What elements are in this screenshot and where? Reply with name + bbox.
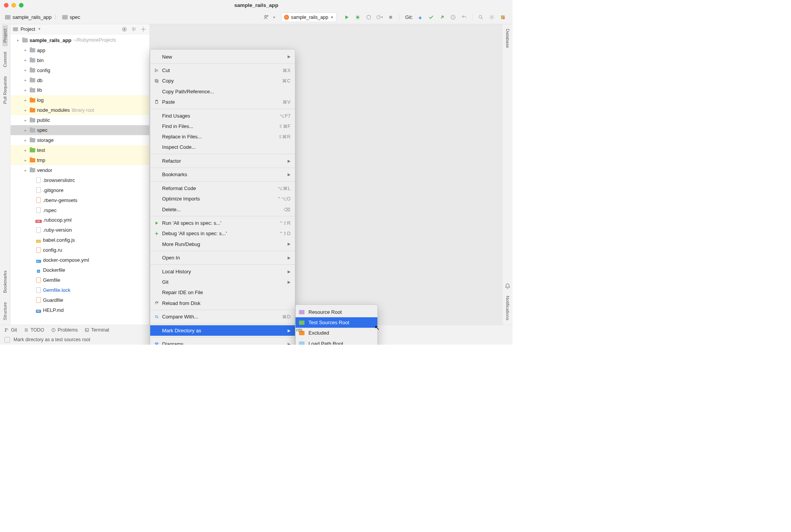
menu-item-reformat-code[interactable]: Reformat Code ⌥⌘L [150,183,295,194]
select-opened-file-icon[interactable] [121,26,128,32]
tree-file-Gemfile[interactable]: Gemfile [10,275,149,285]
stop-button[interactable] [387,13,394,21]
tree-file-HELP-md[interactable]: MD HELP.md [10,305,149,315]
tab-database[interactable]: Database [505,25,510,51]
menu-item-find-usages[interactable]: Find Usages ⌥F7 [150,110,295,121]
run-button[interactable] [343,13,350,21]
chevron-right-icon[interactable]: ▸ [23,78,28,82]
menu-item-repair-ide-on-file[interactable]: Repair IDE on File [150,287,295,298]
jetbrains-toolbox-icon[interactable] [499,13,507,21]
menu-item-mark-directory-as[interactable]: Mark Directory as ▶ [150,325,295,336]
tree-dir-db[interactable]: ▸ db [10,75,149,85]
menu-item-open-in[interactable]: Open In ▶ [150,253,295,263]
submenu-item-excluded[interactable]: Excluded [296,328,378,338]
tab-structure[interactable]: Structure [2,298,8,323]
chevron-right-icon[interactable]: ▸ [23,128,28,132]
notifications-icon[interactable] [505,283,511,290]
tree-dir-test[interactable]: ▸ test [10,145,149,155]
chevron-right-icon[interactable]: ▸ [23,108,28,112]
tree-dir-tmp[interactable]: ▸ tmp [10,155,149,165]
coverage-button[interactable] [365,13,372,21]
menu-item-paste[interactable]: Paste ⌘V [150,97,295,107]
tab-git[interactable]: Git [5,327,17,333]
chevron-right-icon[interactable]: ▸ [23,58,28,62]
menu-item-git[interactable]: Git ▶ [150,277,295,287]
close-window-button[interactable] [4,3,8,8]
chevron-right-icon[interactable]: ▸ [23,158,28,162]
tree-dir-spec[interactable]: ▸ spec [10,125,149,135]
tab-problems[interactable]: Problems [51,327,78,333]
update-project-button[interactable] [416,13,424,21]
crumb-child[interactable]: spec [70,14,80,20]
menu-item-debug-all-specs-in-spec-s[interactable]: Debug 'All specs in spec: s...' ⌃⇧D [150,228,295,239]
submenu-item-test-sources-root[interactable]: Test Sources Root [296,317,378,328]
rollback-button[interactable] [460,13,468,21]
chevron-right-icon[interactable]: ▸ [23,88,28,92]
chevron-right-icon[interactable]: ▸ [23,68,28,72]
settings-icon[interactable] [140,26,146,32]
chevron-right-icon[interactable]: ▸ [23,138,28,142]
chevron-right-icon[interactable]: ▸ [23,118,28,122]
menu-item-optimize-imports[interactable]: Optimize Imports ⌃⌥O [150,194,295,204]
menu-item-delete[interactable]: Delete... ⌫ [150,204,295,214]
menu-item-cut[interactable]: Cut ⌘X [150,65,295,76]
tree-file-Guardfile[interactable]: Guardfile [10,295,149,305]
tab-bookmarks[interactable]: Bookmarks [2,267,8,296]
menu-item-new[interactable]: New ▶ [150,51,295,62]
tree-dir-lib[interactable]: ▸ lib [10,85,149,95]
tree-dir-vendor[interactable]: ▸ vendor [10,165,149,175]
debug-button[interactable] [354,13,361,21]
tab-notifications[interactable]: Notifications [505,292,510,324]
context-submenu-mark-directory[interactable]: Resource Root Test Sources Root Excluded… [295,305,378,345]
menu-item-refactor[interactable]: Refactor ▶ [150,156,295,166]
tree-dir-node_modules[interactable]: ▸ node_modules library root [10,105,149,115]
history-button[interactable] [449,13,457,21]
menu-item-copy[interactable]: Copy ⌘C [150,76,295,86]
tree-file-config-ru[interactable]: config.ru [10,245,149,255]
tree-file--rspec[interactable]: .rspec [10,205,149,215]
tree-dir-storage[interactable]: ▸ storage [10,135,149,145]
chevron-right-icon[interactable]: ▸ [23,48,28,52]
tree-file--ruby-version[interactable]: .ruby-version [10,225,149,235]
dropdown-caret-icon[interactable]: ▼ [38,27,41,31]
search-everywhere-button[interactable] [477,13,485,21]
menu-item-find-in-files[interactable]: Find in Files... ⇧⌘F [150,121,295,131]
expand-all-icon[interactable] [131,26,137,32]
chevron-right-icon[interactable]: ▸ [23,98,28,102]
tab-commit[interactable]: Commit [2,48,8,71]
crumb-root[interactable]: sample_rails_app [12,14,52,20]
maximize-window-button[interactable] [19,3,24,8]
tool-window-toggle-icon[interactable] [5,337,10,342]
project-view-title[interactable]: Project [20,26,35,32]
menu-item-more-run-debug[interactable]: More Run/Debug ▶ [150,239,295,249]
chevron-right-icon[interactable]: ▸ [23,148,28,152]
menu-item-bookmarks[interactable]: Bookmarks ▶ [150,169,295,180]
minimize-window-button[interactable] [12,3,16,8]
tree-dir-config[interactable]: ▸ config [10,65,149,75]
context-menu[interactable]: New ▶ Cut ⌘X Copy ⌘C Copy Path/Reference… [150,49,295,345]
tree-dir-log[interactable]: ▸ log [10,95,149,105]
menu-item-replace-in-files[interactable]: Replace in Files... ⇧⌘R [150,131,295,142]
menu-item-reload-from-disk[interactable]: Reload from Disk [150,298,295,308]
tree-dir-bin[interactable]: ▸ bin [10,55,149,65]
tree-root[interactable]: ▾ sample_rails_app ~/RubymineProjects [10,35,149,45]
tree-file--rubocop-yml[interactable]: YML .rubocop.yml [10,215,149,225]
settings-button[interactable] [488,13,495,21]
dropdown-caret-icon[interactable]: ▼ [273,15,276,19]
tab-project[interactable]: Project [2,25,8,46]
tree-file-docker-compose-yml[interactable]: DC docker-compose.yml [10,255,149,265]
run-config-selector[interactable]: sample_rails_app ▼ [281,12,337,22]
menu-item-compare-with[interactable]: Compare With... ⌘D [150,311,295,322]
chevron-right-icon[interactable]: ▸ [23,168,28,172]
menu-item-copy-path-reference[interactable]: Copy Path/Reference... [150,86,295,97]
push-button[interactable] [438,13,446,21]
tree-file--rbenv-gemsets[interactable]: .rbenv-gemsets [10,195,149,205]
tab-todo[interactable]: TODO [24,327,44,333]
menu-item-run-all-specs-in-spec-s[interactable]: Run 'All specs in spec: s...' ⌃⇧R [150,218,295,228]
tree-file-Dockerfile[interactable]: D Dockerfile [10,265,149,275]
tree-file-babel-config-js[interactable]: JS babel.config.js [10,235,149,245]
project-tree[interactable]: ▾ sample_rails_app ~/RubymineProjects ▸ … [10,34,149,325]
menu-item-inspect-code[interactable]: Inspect Code... [150,142,295,152]
menu-item-local-history[interactable]: Local History ▶ [150,266,295,277]
tree-file--browserslistrc[interactable]: .browserslistrc [10,175,149,185]
